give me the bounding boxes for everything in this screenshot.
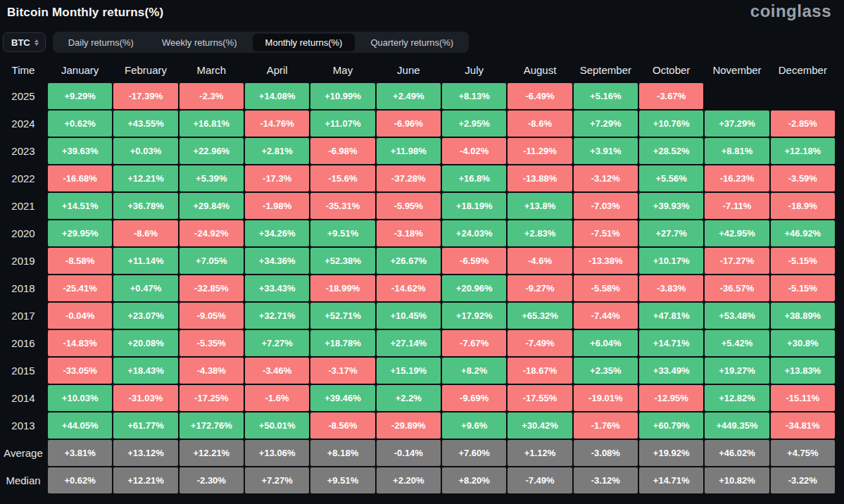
return-cell: -5.58% — [574, 275, 638, 301]
column-header: November — [705, 58, 769, 81]
return-cell: +2.20% — [377, 467, 441, 493]
return-cell: +4.75% — [771, 440, 835, 466]
tab-quarterly-returns[interactable]: Quarterly returns(%) — [358, 34, 466, 51]
return-cell: +8.81% — [705, 138, 769, 164]
return-cell: -17.25% — [179, 385, 244, 411]
return-cell: +7.60% — [442, 440, 506, 466]
return-cell: +8.2% — [442, 358, 506, 384]
row-label: 2013 — [0, 412, 46, 439]
return-cell: +18.43% — [113, 358, 177, 384]
column-header: April — [245, 58, 309, 81]
return-cell: -33.05% — [48, 358, 112, 384]
return-cell: +2.81% — [245, 138, 309, 164]
return-cell: -0.04% — [48, 303, 112, 329]
return-cell: -7.11% — [705, 193, 769, 219]
return-cell: -13.38% — [574, 248, 638, 274]
tab-monthly-returns[interactable]: Monthly returns(%) — [253, 34, 355, 51]
return-cell: -37.28% — [377, 165, 441, 191]
return-cell: -16.68% — [48, 165, 112, 191]
column-header: August — [508, 58, 572, 81]
column-header: September — [574, 58, 638, 81]
return-cell: +61.77% — [113, 412, 177, 439]
return-cell: +33.43% — [245, 275, 309, 301]
return-cell: -14.76% — [245, 111, 309, 137]
return-cell: +10.99% — [310, 83, 374, 109]
return-cell: +39.46% — [310, 385, 374, 411]
return-cell: +27.7% — [639, 220, 703, 246]
return-cell: -17.3% — [245, 165, 309, 191]
return-cell: +18.19% — [442, 193, 506, 219]
time-column-header: Time — [0, 58, 46, 81]
coinglass-logo: coinglass — [750, 1, 831, 21]
return-cell: +2.2% — [377, 385, 441, 411]
return-cell: -4.02% — [442, 138, 506, 164]
return-cell: +47.81% — [639, 303, 703, 329]
controls-row: BTC Daily returns(%) Weekly returns(%) M… — [3, 32, 844, 53]
return-cell: +3.91% — [574, 138, 638, 164]
return-cell: +39.63% — [48, 138, 112, 164]
return-cell: +9.29% — [48, 83, 112, 109]
row-label: 2017 — [0, 303, 46, 329]
return-cell: -1.76% — [574, 412, 638, 439]
return-cell: +3.81% — [48, 440, 112, 466]
return-cell: -9.27% — [508, 275, 572, 301]
return-cell: +27.14% — [377, 330, 441, 356]
return-cell: -2.30% — [179, 467, 244, 493]
row-label: 2016 — [0, 330, 46, 356]
return-cell: -2.3% — [179, 83, 244, 109]
return-cell: -7.44% — [574, 303, 638, 329]
return-cell: -1.6% — [245, 385, 309, 411]
returns-table: TimeJanuaryFebruaryMarchAprilMayJuneJuly… — [0, 58, 844, 493]
tab-weekly-returns[interactable]: Weekly returns(%) — [149, 34, 250, 51]
return-cell: -6.96% — [377, 111, 441, 137]
return-cell: -9.05% — [179, 303, 244, 329]
table-row: 2018-25.41%+0.47%-32.85%+33.43%-18.99%-1… — [0, 275, 835, 301]
return-cell: +2.49% — [377, 83, 441, 109]
return-cell: +5.16% — [574, 83, 638, 109]
return-cell: -17.55% — [508, 385, 572, 411]
column-header: October — [639, 58, 703, 81]
return-cell: -18.99% — [310, 275, 374, 301]
return-cell: +12.21% — [113, 165, 177, 191]
return-cell: +10.03% — [48, 385, 112, 411]
row-label: 2021 — [0, 193, 46, 219]
return-cell: +33.49% — [639, 358, 703, 384]
symbol-select[interactable]: BTC — [3, 32, 46, 52]
return-cell: -3.18% — [377, 220, 441, 246]
return-cell: -8.56% — [310, 412, 374, 439]
return-cell: +52.71% — [310, 303, 374, 329]
return-cell: +10.82% — [705, 467, 769, 493]
return-cell: +0.62% — [48, 467, 112, 493]
return-cell: -17.39% — [113, 83, 177, 109]
return-cell: -6.49% — [508, 83, 572, 109]
return-cell: +13.12% — [113, 440, 177, 466]
return-cell: -5.15% — [771, 248, 835, 274]
return-cell: +14.51% — [48, 193, 112, 219]
return-cell: -3.22% — [771, 467, 835, 493]
return-cell: -17.27% — [705, 248, 769, 274]
return-cell: -3.12% — [574, 467, 638, 493]
return-cell: -5.95% — [377, 193, 441, 219]
return-cell: +29.95% — [48, 220, 112, 246]
return-cell: -8.6% — [508, 111, 572, 137]
return-cell: +32.71% — [245, 303, 309, 329]
return-cell: -8.6% — [113, 220, 177, 246]
return-cell: +39.93% — [639, 193, 703, 219]
table-row: 2015-33.05%+18.43%-4.38%-3.46%-3.17%+15.… — [0, 358, 835, 384]
return-cell: +46.02% — [705, 440, 769, 466]
return-cell: -6.98% — [310, 138, 374, 164]
return-cell: +12.18% — [771, 138, 835, 164]
return-cell: -9.69% — [442, 385, 506, 411]
return-cell: +18.78% — [310, 330, 374, 356]
return-cell: -31.03% — [113, 385, 177, 411]
return-cell: +52.38% — [310, 248, 374, 274]
return-cell: -25.41% — [48, 275, 112, 301]
return-cell: +23.07% — [113, 303, 177, 329]
return-cell: -3.17% — [310, 358, 374, 384]
return-cell: +34.26% — [245, 220, 309, 246]
return-cell: +10.45% — [377, 303, 441, 329]
row-label: 2025 — [0, 83, 46, 109]
return-cell: +38.89% — [771, 303, 835, 329]
tab-daily-returns[interactable]: Daily returns(%) — [56, 34, 146, 51]
table-row: 2019-8.58%+11.14%+7.05%+34.36%+52.38%+26… — [0, 248, 835, 274]
